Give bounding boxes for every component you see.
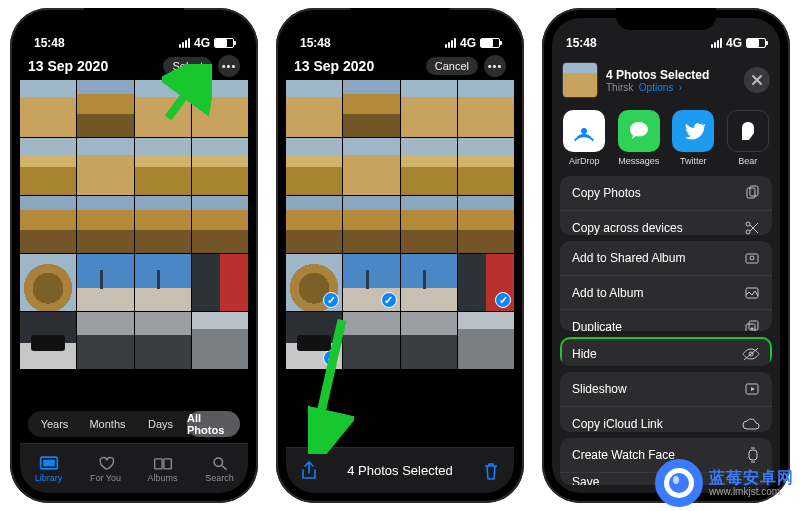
cancel-button[interactable]: Cancel xyxy=(426,57,478,75)
albums-icon xyxy=(153,455,173,471)
action-slideshow[interactable]: Slideshow xyxy=(560,372,772,406)
tab-label: Search xyxy=(205,473,234,483)
options-link[interactable]: Options xyxy=(639,82,673,93)
app-bear[interactable]: Bear xyxy=(726,110,771,166)
photo-thumb[interactable] xyxy=(401,138,457,195)
photo-thumb[interactable] xyxy=(458,138,514,195)
photo-thumb[interactable] xyxy=(77,138,133,195)
photo-thumb[interactable] xyxy=(135,196,191,253)
status-time: 15:48 xyxy=(34,36,65,50)
photo-thumb[interactable] xyxy=(20,80,76,137)
close-button[interactable] xyxy=(744,67,770,93)
photo-thumb[interactable] xyxy=(343,138,399,195)
photo-thumb[interactable] xyxy=(20,254,76,311)
action-add-shared[interactable]: Add to Shared Album xyxy=(560,241,772,275)
library-header: 13 Sep 2020 Select ••• xyxy=(20,52,248,80)
status-network: 4G xyxy=(726,36,742,50)
photo-thumb[interactable] xyxy=(286,80,342,137)
search-icon xyxy=(210,455,230,471)
app-airdrop[interactable]: AirDrop xyxy=(562,110,607,166)
phone-2: 15:48 4G 13 Sep 2020 Cancel ••• xyxy=(276,8,524,503)
svg-point-11 xyxy=(746,222,750,226)
share-app-row[interactable]: AirDrop Messages Twitter Bear xyxy=(552,104,780,176)
more-button[interactable]: ••• xyxy=(484,55,506,77)
battery-icon xyxy=(480,38,500,48)
action-label: Hide xyxy=(572,347,597,361)
scissors-icon xyxy=(744,220,760,236)
photo-thumb[interactable] xyxy=(192,312,248,369)
photo-thumb[interactable] xyxy=(77,312,133,369)
duplicate-icon xyxy=(744,319,760,331)
action-icloud-link[interactable]: Copy iCloud Link xyxy=(560,406,772,431)
photo-thumb[interactable] xyxy=(458,312,514,369)
view-segmented[interactable]: Years Months Days All Photos xyxy=(28,411,240,437)
photo-thumb[interactable] xyxy=(458,80,514,137)
photo-thumb[interactable] xyxy=(20,138,76,195)
photo-thumb-selected[interactable]: ✓ xyxy=(286,254,342,311)
photo-thumb[interactable] xyxy=(77,196,133,253)
photo-grid[interactable] xyxy=(20,80,248,405)
tab-albums[interactable]: Albums xyxy=(134,444,191,493)
tab-bar: Library For You Albums Search xyxy=(20,443,248,493)
tab-library[interactable]: Library xyxy=(20,444,77,493)
share-header: 4 Photos Selected Thirsk Options › xyxy=(552,56,780,104)
seg-months[interactable]: Months xyxy=(81,411,134,437)
photo-thumb[interactable] xyxy=(135,254,191,311)
check-icon: ✓ xyxy=(495,292,511,308)
svg-line-7 xyxy=(314,320,342,444)
photo-thumb[interactable] xyxy=(135,312,191,369)
battery-icon xyxy=(214,38,234,48)
photo-thumb[interactable] xyxy=(20,196,76,253)
svg-rect-13 xyxy=(746,254,758,263)
tab-foryou[interactable]: For You xyxy=(77,444,134,493)
photo-thumb[interactable] xyxy=(286,196,342,253)
annotation-arrow-select xyxy=(162,64,212,124)
photo-thumb[interactable] xyxy=(458,196,514,253)
photo-thumb[interactable] xyxy=(192,196,248,253)
photo-thumb[interactable] xyxy=(77,254,133,311)
seg-days[interactable]: Days xyxy=(134,411,187,437)
action-copy-across[interactable]: Copy across devices xyxy=(560,210,772,235)
photo-thumb[interactable] xyxy=(401,80,457,137)
signal-icon xyxy=(711,38,722,48)
share-button[interactable] xyxy=(300,461,318,481)
notch xyxy=(84,8,184,30)
photo-thumb[interactable] xyxy=(135,138,191,195)
photo-thumb[interactable] xyxy=(192,254,248,311)
photo-thumb[interactable] xyxy=(401,196,457,253)
action-duplicate[interactable]: Duplicate xyxy=(560,309,772,330)
seg-all-photos[interactable]: All Photos xyxy=(187,411,240,437)
action-hide[interactable]: Hide xyxy=(560,337,772,367)
action-add-album[interactable]: Add to Album xyxy=(560,275,772,309)
photo-thumb[interactable] xyxy=(343,196,399,253)
action-copy-photos[interactable]: Copy Photos xyxy=(560,176,772,210)
tab-label: For You xyxy=(90,473,121,483)
action-label: Slideshow xyxy=(572,382,627,396)
photo-thumb[interactable] xyxy=(343,80,399,137)
phone-3: 15:48 4G 4 Photos Selected Thirsk Option… xyxy=(542,8,790,503)
photo-thumb-selected[interactable]: ✓ xyxy=(343,254,399,311)
photo-thumb[interactable] xyxy=(401,254,457,311)
signal-icon xyxy=(445,38,456,48)
photo-thumb[interactable] xyxy=(192,138,248,195)
photo-thumb-selected[interactable]: ✓ xyxy=(458,254,514,311)
trash-button[interactable] xyxy=(482,461,500,481)
svg-point-4 xyxy=(214,458,222,466)
tab-search[interactable]: Search xyxy=(191,444,248,493)
photo-thumb[interactable] xyxy=(77,80,133,137)
app-messages[interactable]: Messages xyxy=(617,110,662,166)
seg-years[interactable]: Years xyxy=(28,411,81,437)
notch xyxy=(350,8,450,30)
screen-share-sheet: 15:48 4G 4 Photos Selected Thirsk Option… xyxy=(552,18,780,493)
screen-library: 15:48 4G 13 Sep 2020 Select ••• xyxy=(20,18,248,493)
cloud-icon xyxy=(742,416,760,432)
photo-thumb[interactable] xyxy=(20,312,76,369)
selection-count: 4 Photos Selected xyxy=(347,463,453,478)
app-twitter[interactable]: Twitter xyxy=(671,110,716,166)
watermark-url: www.lmkjst.com xyxy=(709,486,794,497)
photo-thumb[interactable] xyxy=(286,138,342,195)
more-button[interactable]: ••• xyxy=(218,55,240,77)
photo-thumb[interactable] xyxy=(401,312,457,369)
chevron-right-icon: › xyxy=(676,82,682,93)
selection-header: 13 Sep 2020 Cancel ••• xyxy=(286,52,514,80)
